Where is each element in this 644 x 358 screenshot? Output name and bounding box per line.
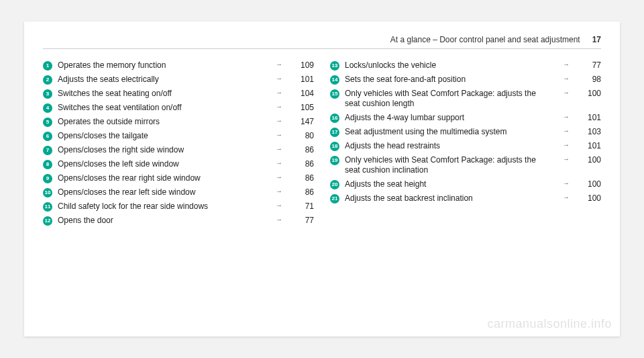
- arrow-icon: →: [558, 60, 574, 69]
- callout-number-badge: 4: [43, 103, 52, 113]
- arrow-icon: →: [558, 127, 574, 136]
- callout-number-badge: 7: [43, 146, 52, 155]
- index-row: 11Child safety lock for the rear side wi…: [43, 199, 314, 214]
- page-reference: 147: [287, 117, 314, 127]
- callout-number-badge: 16: [330, 114, 339, 123]
- index-row: 9Opens/closes the rear right side window…: [43, 171, 314, 185]
- index-row: 21Adjusts the seat backrest inclination→…: [330, 191, 601, 206]
- callout-number-badge: 20: [330, 180, 339, 189]
- index-row: 15Only vehicles with Seat Comfort Packag…: [330, 87, 601, 111]
- callout-number-badge: 6: [43, 132, 52, 141]
- page-reference: 103: [574, 127, 601, 137]
- index-row: 5Operates the outside mirrors→147: [43, 115, 314, 129]
- index-label: Opens/closes the right side window: [58, 145, 271, 155]
- index-label: Opens/closes the rear right side window: [58, 173, 271, 183]
- arrow-icon: →: [271, 202, 287, 210]
- callout-number-badge: 19: [330, 156, 339, 165]
- callout-number-badge: 21: [330, 194, 339, 204]
- callout-number-badge: 1: [43, 61, 52, 71]
- arrow-icon: →: [558, 155, 574, 164]
- index-row: 19Only vehicles with Seat Comfort Packag…: [330, 153, 601, 177]
- index-row: 7Opens/closes the right side window→86: [43, 143, 314, 157]
- page-header: At a glance – Door control panel and sea…: [43, 35, 601, 49]
- section-title: At a glance – Door control panel and sea…: [390, 35, 580, 44]
- index-label: Opens/closes the rear left side window: [58, 187, 271, 197]
- page-reference: 98: [574, 75, 601, 85]
- arrow-icon: →: [271, 103, 287, 111]
- index-label: Locks/unlocks the vehicle: [345, 60, 558, 71]
- arrow-icon: →: [558, 141, 574, 150]
- arrow-icon: →: [271, 60, 287, 69]
- watermark: carmanualsonline.info: [487, 317, 612, 331]
- index-label: Switches the seat heating on/off: [58, 89, 271, 99]
- callout-number-badge: 18: [330, 142, 339, 151]
- arrow-icon: →: [271, 89, 287, 97]
- index-label: Adjusts the seat backrest inclination: [345, 193, 558, 204]
- page-reference: 105: [287, 103, 314, 113]
- callout-number-badge: 2: [43, 75, 52, 85]
- page-reference: 101: [287, 75, 314, 85]
- page-reference: 101: [574, 113, 601, 123]
- page-reference: 86: [287, 145, 314, 155]
- arrow-icon: →: [271, 145, 287, 154]
- index-label: Adjusts the seats electrically: [58, 75, 271, 85]
- index-label: Sets the seat fore-and-aft position: [345, 75, 558, 85]
- callout-number-badge: 3: [43, 89, 52, 99]
- page-reference: 86: [287, 173, 314, 183]
- arrow-icon: →: [271, 75, 287, 83]
- callout-number-badge: 11: [43, 202, 52, 212]
- index-row: 2Adjusts the seats electrically→101: [43, 73, 314, 87]
- index-label: Only vehicles with Seat Comfort Package:…: [345, 155, 558, 175]
- index-row: 14Sets the seat fore-and-aft position→98: [330, 73, 601, 87]
- callout-number-badge: 13: [330, 61, 339, 71]
- index-label: Switches the seat ventilation on/off: [58, 103, 271, 113]
- index-label: Only vehicles with Seat Comfort Package:…: [345, 89, 558, 109]
- index-row: 18Adjusts the head restraints→101: [330, 139, 601, 153]
- arrow-icon: →: [271, 187, 287, 196]
- index-row: 20Adjusts the seat height→100: [330, 177, 601, 191]
- index-row: 10Opens/closes the rear left side window…: [43, 185, 314, 199]
- index-row: 13Locks/unlocks the vehicle→77: [330, 58, 601, 73]
- callout-number-badge: 17: [330, 128, 339, 137]
- page-reference: 109: [287, 60, 314, 71]
- manual-page: At a glance – Door control panel and sea…: [24, 21, 620, 337]
- index-row: 1Operates the memory function→109: [43, 58, 314, 73]
- arrow-icon: →: [271, 117, 287, 126]
- page-reference: 86: [287, 159, 314, 169]
- index-label: Opens/closes the left side window: [58, 159, 271, 169]
- index-label: Operates the memory function: [58, 60, 271, 71]
- arrow-icon: →: [558, 113, 574, 122]
- arrow-icon: →: [271, 159, 287, 168]
- index-label: Child safety lock for the rear side wind…: [58, 202, 271, 212]
- index-label: Seat adjustment using the multimedia sys…: [345, 127, 558, 137]
- page-reference: 104: [287, 89, 314, 99]
- arrow-icon: →: [558, 193, 574, 202]
- content-columns: 1Operates the memory function→1092Adjust…: [43, 58, 601, 228]
- index-row: 4Switches the seat ventilation on/off→10…: [43, 101, 314, 115]
- index-row: 12Opens the door→77: [43, 214, 314, 228]
- index-label: Adjusts the seat height: [345, 179, 558, 189]
- callout-number-badge: 8: [43, 160, 52, 169]
- page-reference: 80: [287, 131, 314, 141]
- page-reference: 100: [574, 89, 601, 99]
- callout-number-badge: 9: [43, 174, 52, 183]
- arrow-icon: →: [558, 89, 574, 97]
- page-number: 17: [592, 35, 601, 44]
- page-reference: 77: [574, 60, 601, 71]
- callout-number-badge: 10: [43, 188, 52, 197]
- callout-number-badge: 12: [43, 216, 52, 226]
- left-column: 1Operates the memory function→1092Adjust…: [43, 58, 314, 228]
- page-reference: 86: [287, 187, 314, 197]
- right-column: 13Locks/unlocks the vehicle→7714Sets the…: [330, 58, 601, 228]
- index-row: 17Seat adjustment using the multimedia s…: [330, 125, 601, 139]
- page-reference: 71: [287, 202, 314, 212]
- page-reference: 100: [574, 179, 601, 189]
- page-reference: 100: [574, 193, 601, 204]
- callout-number-badge: 14: [330, 75, 339, 85]
- arrow-icon: →: [271, 131, 287, 140]
- index-label: Opens/closes the tailgate: [58, 131, 271, 141]
- page-reference: 101: [574, 141, 601, 151]
- arrow-icon: →: [558, 75, 574, 83]
- index-label: Opens the door: [58, 216, 271, 226]
- page-reference: 100: [574, 155, 601, 165]
